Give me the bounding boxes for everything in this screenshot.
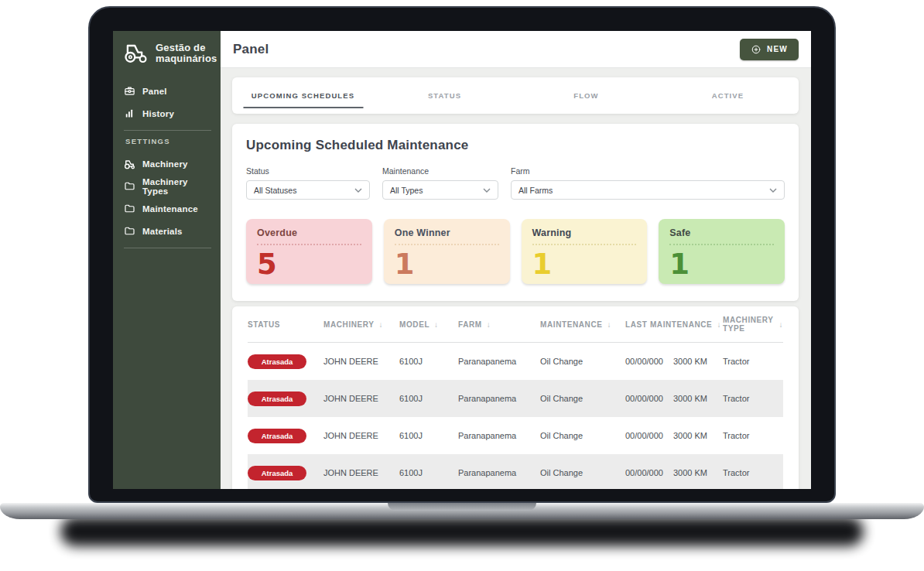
sort-desc-icon: ↓ <box>487 320 491 329</box>
stat-value: 1 <box>395 250 499 279</box>
maintenance-select[interactable]: All Types <box>382 180 498 200</box>
sidebar-divider <box>124 248 211 248</box>
column-header-status: STATUS <box>248 320 323 329</box>
filter-label: Status <box>246 166 370 176</box>
chevron-down-icon <box>483 188 491 193</box>
stat-value: 1 <box>532 250 637 279</box>
stat-card-overdue: Overdue 5 <box>246 219 372 284</box>
table-row[interactable]: Atrasada JOHN DEERE 6100J Paranapanema O… <box>248 417 783 454</box>
filters-row: Status All Statuses Maintenance All Type… <box>246 166 785 200</box>
new-button[interactable]: NEW <box>740 39 799 60</box>
cell-machinery-type: Tractor <box>723 394 783 403</box>
sidebar-item-label: Machinery <box>142 159 188 169</box>
cell-model: 6100J <box>399 431 458 440</box>
cell-machinery: JOHN DEERE <box>323 431 399 440</box>
laptop-base <box>0 503 924 519</box>
status-select[interactable]: All Statuses <box>246 180 370 200</box>
farm-select[interactable]: All Farms <box>511 180 785 200</box>
column-header-maintenance[interactable]: MAINTENANCE↓ <box>540 320 625 329</box>
filter-farm: Farm All Farms <box>511 166 785 200</box>
select-value: All Statuses <box>254 186 296 195</box>
sidebar-item-label: Materials <box>142 227 183 236</box>
table-row[interactable]: Atrasada JOHN DEERE 6100J Paranapanema O… <box>248 380 783 417</box>
sidebar-item-materials[interactable]: Materials <box>124 220 211 242</box>
stat-label: One Winner <box>395 227 499 245</box>
cell-machinery: JOHN DEERE <box>323 357 399 366</box>
history-icon <box>124 108 135 119</box>
table-row[interactable]: Atrasada JOHN DEERE 6100J Paranapanema O… <box>248 343 783 380</box>
page-title: Panel <box>233 42 269 57</box>
last-maintenance-date: 00/00/000 <box>625 394 663 403</box>
cell-machinery: JOHN DEERE <box>323 468 399 477</box>
cell-maintenance: Oil Change <box>540 394 625 403</box>
chevron-down-icon <box>354 188 362 193</box>
tab-status[interactable]: STATUS <box>374 77 515 114</box>
status-badge: Atrasada <box>248 354 306 369</box>
sidebar-item-label: Machinery Types <box>142 177 211 196</box>
table-row[interactable]: Atrasada JOHN DEERE 6100J Paranapanema O… <box>248 454 783 489</box>
cell-model: 6100J <box>399 357 458 366</box>
select-value: All Types <box>390 186 423 195</box>
status-badge: Atrasada <box>248 391 306 406</box>
last-maintenance-date: 00/00/000 <box>625 468 663 477</box>
last-maintenance-date: 00/00/000 <box>625 357 663 366</box>
cell-maintenance: Oil Change <box>540 468 625 477</box>
tab-active[interactable]: ACTIVE <box>657 77 799 114</box>
sidebar-item-machinery[interactable]: Machinery <box>124 152 211 175</box>
tab-flow[interactable]: FLOW <box>515 77 657 114</box>
stat-value: 1 <box>669 250 774 279</box>
tractor-icon <box>124 159 135 169</box>
stat-value: 5 <box>257 250 361 279</box>
cell-maintenance: Oil Change <box>540 357 625 366</box>
chevron-down-icon <box>769 188 777 193</box>
cell-model: 6100J <box>399 394 458 403</box>
plus-circle-icon <box>751 44 761 55</box>
cell-machinery: JOHN DEERE <box>323 394 399 403</box>
column-header-machinery-type[interactable]: MACHINERY TYPE↓ <box>723 316 783 333</box>
status-badge: Atrasada <box>248 466 306 480</box>
last-maintenance-km: 3000 KM <box>673 357 707 366</box>
laptop-lid-notch <box>388 503 536 511</box>
sidebar-item-label: Maintenance <box>142 204 198 214</box>
cell-last-maintenance: 00/00/000 3000 KM <box>625 357 723 366</box>
column-header-last-maintenance[interactable]: LAST MAINTENANCE↓ <box>625 320 723 329</box>
cell-last-maintenance: 00/00/000 3000 KM <box>625 431 723 440</box>
select-value: All Farms <box>518 186 553 195</box>
filter-maintenance: Maintenance All Types <box>382 166 498 200</box>
status-badge: Atrasada <box>248 429 306 443</box>
sidebar: Gestão de maquinários Panel <box>113 31 221 489</box>
folder-icon <box>124 203 135 214</box>
app-title: Gestão de maquinários <box>156 43 217 64</box>
table-header-row: STATUS MACHINERY↓ MODEL↓ FARM↓ MAINTENAN… <box>248 306 783 343</box>
stat-card-one-winner: One Winner 1 <box>384 219 510 284</box>
laptop-mockup: Gestão de maquinários Panel <box>0 0 924 571</box>
sort-desc-icon: ↓ <box>434 320 439 329</box>
stat-card-warning: Warning 1 <box>522 219 648 284</box>
sort-desc-icon: ↓ <box>379 320 384 329</box>
sidebar-item-maintenance[interactable]: Maintenance <box>124 197 211 220</box>
tractor-logo-icon <box>123 42 149 64</box>
stat-label: Warning <box>532 227 637 245</box>
column-header-machinery[interactable]: MACHINERY↓ <box>323 320 399 329</box>
cell-farm: Paranapanema <box>458 394 540 403</box>
column-header-farm[interactable]: FARM↓ <box>458 320 540 329</box>
sidebar-item-label: Panel <box>142 87 167 96</box>
filter-label: Farm <box>511 166 785 176</box>
new-button-label: NEW <box>767 45 788 53</box>
panel-icon <box>124 85 135 97</box>
cell-machinery-type: Tractor <box>723 357 783 366</box>
app-logo[interactable]: Gestão de maquinários <box>113 31 221 72</box>
cell-maintenance: Oil Change <box>540 431 625 440</box>
upcoming-maintenance-panel: Upcoming Scheduled Maintenance Status Al… <box>232 124 799 301</box>
tab-upcoming-schedules[interactable]: UPCOMING SCHEDULES <box>232 77 374 114</box>
sidebar-item-machinery-types[interactable]: Machinery Types <box>124 175 211 197</box>
column-header-model[interactable]: MODEL↓ <box>399 320 458 329</box>
sidebar-item-history[interactable]: History <box>124 102 211 125</box>
last-maintenance-km: 3000 KM <box>673 468 707 477</box>
app-window: Gestão de maquinários Panel <box>113 31 811 489</box>
last-maintenance-date: 00/00/000 <box>625 431 663 440</box>
cell-machinery-type: Tractor <box>723 468 783 477</box>
topbar: Panel NEW <box>221 31 811 68</box>
sidebar-item-panel[interactable]: Panel <box>124 80 211 102</box>
stat-label: Safe <box>669 227 774 245</box>
